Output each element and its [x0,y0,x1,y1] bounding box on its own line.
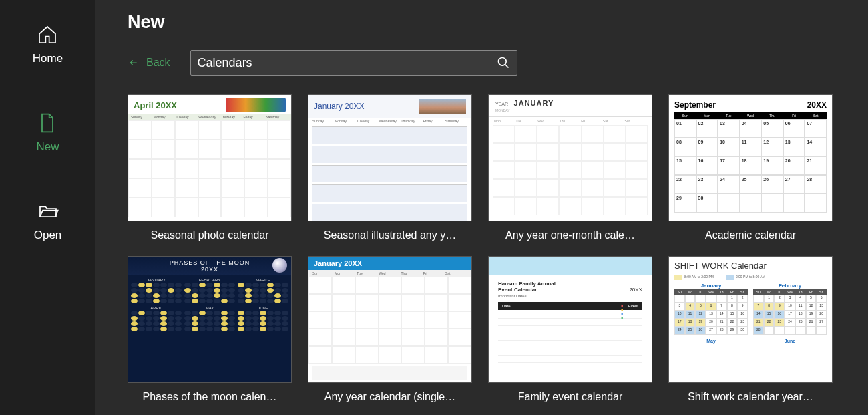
search-input[interactable] [198,56,497,70]
nav-open[interactable]: Open [34,200,62,242]
thumb-year: 20XX [201,266,218,273]
folder-open-icon [37,200,59,222]
nav-open-label: Open [34,229,62,242]
template-thumb: SHIFT WORK Calendar 8:00 AM to 2:00 PM2:… [668,256,833,383]
back-button[interactable]: Back [128,57,170,69]
template-label: Seasonal photo calendar [128,229,292,241]
sidebar: Home New Open [0,0,95,415]
nav-new[interactable]: New [36,112,59,154]
thumb-title: SHIFT WORK [674,261,728,271]
search-box[interactable] [190,50,517,76]
nav-home-label: Home [33,52,63,65]
thumb-year: 20XX [629,287,642,293]
thumb-month: September [674,100,716,110]
thumb-year: 20XX [807,100,827,110]
svg-point-0 [498,58,506,66]
template-thumb: PHASES OF THE MOON20XX JANUARY FEBRUARY … [128,256,292,383]
back-label: Back [146,57,170,69]
template-label: Any year calendar (single… [308,391,472,403]
thumb-title: Hanson Family Annual [498,281,556,287]
template-label: Academic calendar [668,229,833,241]
template-grid: April 20XX SundayMondayTuesdayWednesdayT… [128,94,868,403]
thumb-title: PHASES OF THE MOON [170,259,250,266]
template-label: Family event calendar [488,391,652,403]
template-thumb: September20XX SunMonTueWedThuFriSat 0102… [668,94,833,221]
file-icon [37,112,58,134]
nav-new-label: New [36,140,59,154]
thumb-month: January 20XX [308,257,471,270]
thumb-month: JANUARY [514,99,554,107]
main-content: New Back April 20XX SundayMondayTuesdayW… [95,0,868,415]
template-seasonal-illustrated[interactable]: January 20XX SundayMondayTuesdayWednesda… [308,94,472,241]
template-thumb: January 20XX SundayMondayTuesdayWednesda… [308,94,472,221]
search-icon[interactable] [497,56,510,70]
template-moon-phases[interactable]: PHASES OF THE MOON20XX JANUARY FEBRUARY … [128,256,292,403]
thumb-year: YEAR [495,102,508,106]
thumb-month: April 20XX [134,100,177,110]
template-thumb: April 20XX SundayMondayTuesdayWednesdayT… [128,94,292,221]
home-icon [37,24,58,45]
template-thumb: Hanson Family Annual Event Calendar 20XX… [488,256,652,383]
template-seasonal-photo[interactable]: April 20XX SundayMondayTuesdayWednesdayT… [128,94,292,241]
back-arrow-icon [128,58,140,67]
template-academic[interactable]: September20XX SunMonTueWedThuFriSat 0102… [668,94,833,241]
page-title: New [128,12,868,33]
template-label: Shift work calendar year… [668,391,833,403]
template-family-event[interactable]: Hanson Family Annual Event Calendar 20XX… [488,256,652,403]
template-label: Phases of the moon calen… [128,391,292,403]
template-any-year-single[interactable]: January 20XX SunMonTueWedThuFriSat Any y… [308,256,472,403]
template-label: Seasonal illustrated any y… [308,229,472,241]
thumb-sub: MONDAY [495,108,645,112]
template-thumb: YEAR JANUARYMONDAY MonTueWedThuFriSatSun [488,94,652,221]
thumb-month: January 20XX [314,102,364,111]
template-thumb: January 20XX SunMonTueWedThuFriSat [308,256,472,383]
nav-home[interactable]: Home [33,24,63,65]
template-label: Any year one-month cale… [488,229,652,241]
template-any-year-one-month[interactable]: YEAR JANUARYMONDAY MonTueWedThuFriSatSun… [488,94,652,241]
template-shift-work[interactable]: SHIFT WORK Calendar 8:00 AM to 2:00 PM2:… [668,256,833,403]
